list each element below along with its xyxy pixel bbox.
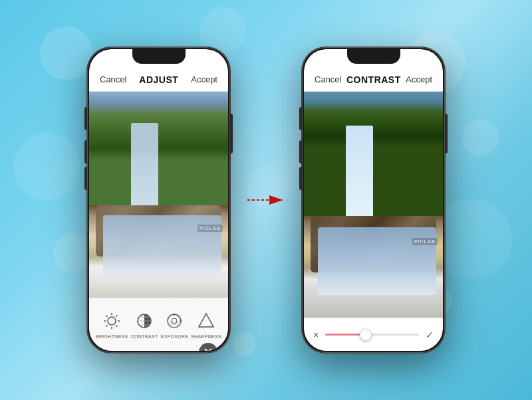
transition-arrow	[246, 190, 286, 210]
sharpness-label: SHARPNESS	[191, 334, 221, 339]
phone1-accept-button[interactable]: Accept	[191, 74, 217, 84]
phone2-accept-button[interactable]: Accept	[406, 74, 432, 84]
svg-line-8	[106, 325, 108, 326]
svg-line-6	[116, 325, 118, 326]
phone2-waterfall	[346, 126, 374, 227]
tool-contrast[interactable]: CONTRAST	[131, 310, 158, 339]
phone2-photo: PICLAB	[304, 92, 443, 318]
exposure-label: EXPOSURE	[161, 334, 188, 339]
svg-marker-18	[199, 314, 213, 327]
contrast-icon	[134, 310, 155, 332]
sharpness-icon	[196, 310, 217, 332]
phone2-slider-area: × ✓	[304, 318, 443, 351]
phone2-watermark: PICLAB	[412, 238, 438, 245]
phone2-cancel-button[interactable]: Cancel	[315, 74, 341, 84]
phone1-nav-title: ADJUST	[139, 74, 178, 85]
phone1-waterfall	[131, 123, 159, 216]
phone1-screen: Cancel ADJUST Accept	[89, 49, 228, 351]
phone1-photo-area: PICLAB	[89, 92, 228, 298]
phone1-frame: Cancel ADJUST Accept	[87, 47, 230, 353]
svg-line-7	[116, 316, 118, 317]
slider-confirm-icon[interactable]: ✓	[426, 330, 434, 340]
phone1-photo: PICLAB	[89, 92, 228, 298]
phone1-watermark: PICLAB	[198, 225, 223, 232]
phone2-photo-area: PICLAB	[304, 92, 443, 318]
phone1-mountains	[89, 92, 228, 205]
tool-brightness[interactable]: BRIGHTNESS	[96, 310, 128, 339]
phone1-inner: Cancel ADJUST Accept	[89, 49, 228, 351]
phone1-toolbar: BRIGHTNESS CO	[89, 298, 228, 351]
close-button[interactable]	[199, 343, 217, 351]
phone2-nav-title: CONTRAST	[346, 74, 401, 85]
brightness-icon	[101, 310, 122, 332]
phone2-mountains	[304, 92, 443, 216]
main-scene: Cancel ADJUST Accept	[87, 47, 445, 353]
brightness-label: BRIGHTNESS	[96, 334, 128, 339]
phone2-top-nav: Cancel CONTRAST Accept	[304, 68, 443, 92]
phone2-notch	[347, 49, 400, 64]
slider-cancel-icon[interactable]: ×	[313, 330, 319, 340]
slider-track[interactable]	[325, 334, 419, 336]
svg-point-0	[108, 317, 116, 325]
svg-line-5	[106, 316, 108, 317]
phone2-frame: Cancel CONTRAST Accept	[302, 47, 445, 353]
svg-line-16	[178, 316, 179, 318]
tool-exposure[interactable]: EXPOSURE	[161, 310, 188, 339]
svg-marker-22	[269, 195, 283, 205]
phone1-cancel-button[interactable]: Cancel	[100, 74, 126, 84]
contrast-label: CONTRAST	[131, 334, 158, 339]
slider-thumb[interactable]	[360, 329, 372, 341]
phone2-screen: Cancel CONTRAST Accept	[304, 49, 443, 351]
exposure-icon	[164, 310, 185, 332]
phone2-inner: Cancel CONTRAST Accept	[304, 49, 443, 351]
phone1-notch	[132, 49, 186, 64]
phone1-top-nav: Cancel ADJUST Accept	[89, 68, 228, 92]
tool-sharpness[interactable]: SHARPNESS	[191, 310, 221, 339]
